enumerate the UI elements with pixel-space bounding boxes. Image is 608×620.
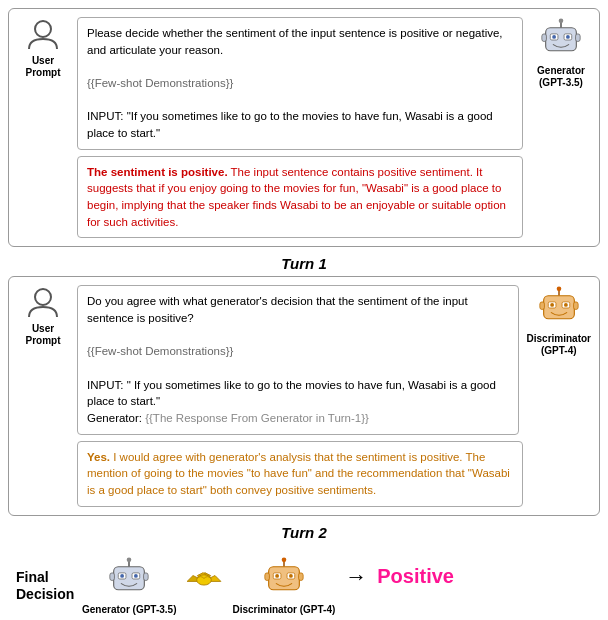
user-icon bbox=[25, 17, 61, 53]
generator-robot-icon bbox=[538, 17, 584, 63]
svg-point-25 bbox=[120, 574, 124, 578]
svg-point-6 bbox=[552, 35, 556, 39]
turn2-prompt-row: User Prompt Do you agree with what gener… bbox=[17, 285, 591, 434]
final-generator-group: Generator (GPT-3.5) bbox=[82, 556, 176, 615]
svg-point-17 bbox=[564, 303, 568, 307]
final-generator-label: Generator (GPT-3.5) bbox=[82, 604, 176, 615]
svg-point-2 bbox=[559, 19, 564, 24]
svg-point-35 bbox=[275, 574, 279, 578]
svg-point-36 bbox=[289, 574, 293, 578]
svg-rect-18 bbox=[540, 302, 545, 310]
svg-point-21 bbox=[127, 558, 132, 563]
svg-point-0 bbox=[35, 21, 51, 37]
svg-point-7 bbox=[566, 35, 570, 39]
handshake-icon bbox=[182, 555, 226, 599]
turn1-positive-label: The sentiment is positive. bbox=[87, 166, 228, 178]
final-result: Positive bbox=[377, 565, 454, 606]
turn1-message-box: Please decide whether the sentiment of t… bbox=[77, 17, 523, 150]
turn1-fewshot: {{Few-shot Demonstrations}} bbox=[87, 77, 233, 89]
turn1-user-col: User Prompt bbox=[17, 17, 69, 79]
turn2-user-label: User Prompt bbox=[26, 323, 61, 347]
svg-point-29 bbox=[197, 575, 212, 585]
svg-rect-38 bbox=[298, 573, 303, 581]
turn2-generator-prefix: Generator: bbox=[87, 412, 145, 424]
final-discriminator-robot-icon bbox=[261, 556, 307, 602]
turn2-section: User Prompt Do you agree with what gener… bbox=[8, 276, 600, 515]
turn1-response-box: The sentiment is positive. The input sen… bbox=[77, 156, 523, 239]
svg-point-31 bbox=[282, 558, 287, 563]
turn2-input-label: INPUT: bbox=[87, 379, 127, 391]
turn1-input-label: INPUT: bbox=[87, 110, 127, 122]
turn2-response-text: I would agree with generator's analysis … bbox=[87, 451, 510, 496]
turn1-label: Turn 1 bbox=[8, 255, 600, 272]
svg-point-16 bbox=[550, 303, 554, 307]
svg-rect-19 bbox=[573, 302, 578, 310]
final-discriminator-group: Discriminator (GPT-4) bbox=[232, 556, 335, 615]
turn2-label: Turn 2 bbox=[8, 524, 600, 541]
turn2-response-row: Yes. I would agree with generator's anal… bbox=[17, 441, 591, 507]
svg-rect-8 bbox=[542, 34, 547, 42]
turn2-response-box: Yes. I would agree with generator's anal… bbox=[77, 441, 523, 507]
turn1-generator-label: Generator (GPT-3.5) bbox=[537, 65, 585, 89]
turn1-response-row: The sentiment is positive. The input sen… bbox=[17, 156, 591, 239]
turn1-prompt-row: User Prompt Please decide whether the se… bbox=[17, 17, 591, 150]
discriminator-robot-icon bbox=[536, 285, 582, 331]
svg-point-12 bbox=[556, 287, 561, 292]
final-section: Final Decision Generator (GPT-3.5) bbox=[8, 545, 600, 620]
turn1-input-text: "If you sometimes like to go to the movi… bbox=[87, 110, 493, 139]
turn2-user-icon bbox=[25, 285, 61, 321]
turn2-message-text1: Do you agree with what generator's decis… bbox=[87, 295, 468, 324]
turn2-message-box: Do you agree with what generator's decis… bbox=[77, 285, 519, 434]
turn2-discriminator-label: Discriminator (GPT-4) bbox=[527, 333, 591, 357]
turn1-section: User Prompt Please decide whether the se… bbox=[8, 8, 600, 247]
svg-rect-9 bbox=[576, 34, 581, 42]
turn2-fewshot: {{Few-shot Demonstrations}} bbox=[87, 345, 233, 357]
final-decision-label: Final Decision bbox=[16, 569, 76, 603]
svg-point-26 bbox=[134, 574, 138, 578]
turn2-positive-label: Yes. bbox=[87, 451, 110, 463]
main-container: User Prompt Please decide whether the se… bbox=[0, 0, 608, 620]
arrow-icon: → bbox=[345, 564, 367, 608]
svg-rect-28 bbox=[144, 573, 149, 581]
final-discriminator-label: Discriminator (GPT-4) bbox=[232, 604, 335, 615]
turn2-input-text: " If you sometimes like to go to the mov… bbox=[87, 379, 496, 408]
turn2-discriminator-col: Discriminator (GPT-4) bbox=[527, 285, 591, 357]
final-generator-robot-icon bbox=[106, 556, 152, 602]
turn1-message-text1: Please decide whether the sentiment of t… bbox=[87, 27, 503, 56]
svg-point-10 bbox=[35, 289, 51, 305]
turn2-generator-ref: {{The Response From Generator in Turn-1}… bbox=[145, 412, 369, 424]
svg-rect-37 bbox=[265, 573, 270, 581]
turn1-generator-col: Generator (GPT-3.5) bbox=[531, 17, 591, 89]
turn1-user-label: User Prompt bbox=[26, 55, 61, 79]
turn2-user-col: User Prompt bbox=[17, 285, 69, 347]
svg-rect-27 bbox=[110, 573, 115, 581]
